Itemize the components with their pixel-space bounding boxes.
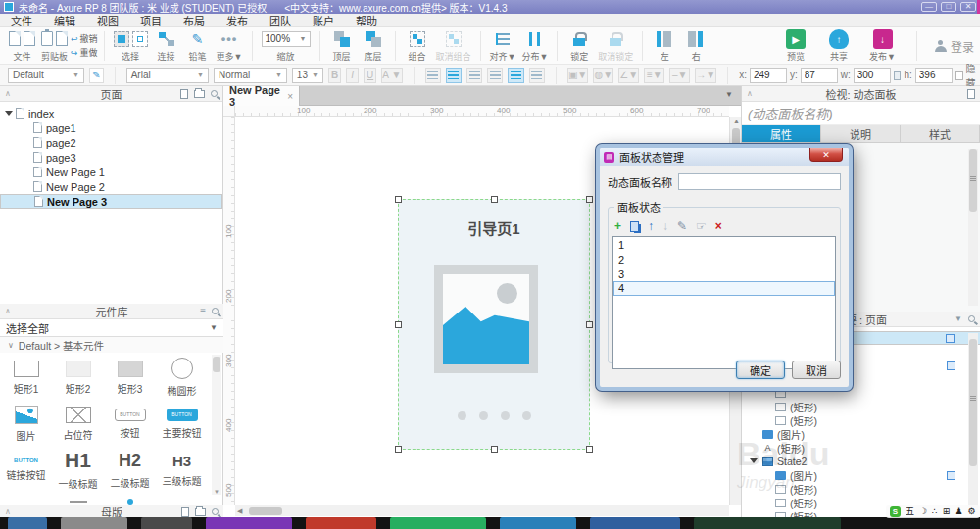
library-widget-item[interactable]: 矩形3	[104, 355, 156, 401]
selection-handle[interactable]	[491, 446, 498, 453]
ungroup-button[interactable]: 取消组合	[433, 29, 474, 63]
note-icon[interactable]	[967, 89, 975, 99]
align-right-button[interactable]: 右	[680, 29, 711, 63]
bold-button[interactable]: B	[328, 68, 341, 83]
unlock-button[interactable]: 取消锁定	[595, 29, 636, 63]
add-state-button[interactable]: +	[614, 220, 621, 232]
ime-icon[interactable]: ∴	[932, 506, 938, 517]
page-tree-item[interactable]: page1	[0, 120, 222, 135]
align-button[interactable]: 对齐▼	[487, 29, 519, 63]
login-button[interactable]: 登录	[935, 29, 974, 63]
scrollbar-thumb[interactable]	[213, 357, 220, 372]
lock-button[interactable]: 锁定	[564, 29, 595, 63]
taskbar-app-icon[interactable]	[390, 517, 486, 529]
selection-handle[interactable]	[586, 446, 593, 453]
library-scrollbar[interactable]: ▼	[212, 355, 221, 495]
font-weight-select[interactable]: Normal▼	[214, 68, 287, 83]
taskbar-app-icon[interactable]	[8, 517, 47, 529]
share-button[interactable]: ↑共享	[823, 29, 855, 63]
menu-item[interactable]: 视图	[86, 13, 129, 28]
panel-name-input[interactable]	[678, 173, 841, 190]
page-tree-item[interactable]: New Page 2	[0, 179, 222, 194]
menu-item[interactable]: 账户	[302, 13, 345, 28]
h-input[interactable]	[915, 68, 953, 83]
library-widget-item[interactable]: 椭圆形	[156, 355, 208, 401]
page-tree-item[interactable]: New Page 3	[0, 194, 222, 209]
ime-icon[interactable]: ⊞	[943, 506, 951, 517]
align-left-button[interactable]: 左	[649, 29, 680, 63]
select-mode-button[interactable]: 选择	[111, 29, 151, 63]
state-list-item[interactable]: 2	[613, 252, 835, 266]
scroll-left-icon[interactable]: ◀	[237, 507, 242, 515]
library-filter-select[interactable]: 选择全部▼	[0, 319, 223, 337]
line-style-button[interactable]: –▼	[669, 68, 690, 83]
page-tree-item[interactable]: New Page 1	[0, 165, 222, 179]
selection-handle[interactable]	[395, 446, 402, 453]
collapse-panel-icon[interactable]: ∧	[5, 507, 11, 516]
dialog-title-bar[interactable]: ▤ 面板状态管理 ✕	[600, 148, 849, 166]
zoom-control[interactable]: 100%▼缩放	[259, 29, 314, 63]
fill-color-button[interactable]: ▣▼	[567, 68, 588, 83]
search-icon[interactable]	[212, 508, 219, 515]
bring-to-front-button[interactable]: 顶层	[326, 29, 358, 63]
taskbar-app-icon[interactable]	[694, 517, 841, 529]
edit-style-button[interactable]: ✎	[89, 68, 104, 83]
ok-button[interactable]: 确定	[736, 361, 785, 379]
outline-tree-item[interactable]: (矩形)	[742, 482, 980, 496]
font-color-button[interactable]: A ▼	[381, 68, 402, 83]
publish-button[interactable]: ↓发布▼	[866, 29, 899, 63]
style-preset-select[interactable]: Default▼	[8, 68, 84, 83]
library-widget-item[interactable]: BUTTON 主要按钮	[156, 401, 208, 447]
duplicate-state-button[interactable]	[630, 221, 639, 232]
send-to-back-button[interactable]: 底层	[358, 29, 389, 63]
collapse-panel-icon[interactable]: ∧	[5, 89, 11, 98]
selection-handle[interactable]	[395, 321, 402, 328]
valign-top-button[interactable]	[487, 68, 503, 83]
w-input[interactable]	[854, 68, 891, 83]
taskbar-app-icon[interactable]	[206, 517, 292, 529]
x-input[interactable]	[750, 68, 787, 83]
search-icon[interactable]	[212, 308, 219, 314]
page-tree-item[interactable]: page3	[0, 150, 222, 165]
line-color-button[interactable]: ∠▼	[618, 68, 639, 83]
library-section-header[interactable]: ∨ Default > 基本元件	[0, 337, 223, 353]
menu-item[interactable]: 发布	[216, 13, 259, 28]
ime-icon[interactable]: ⚙	[967, 506, 975, 517]
text-align-right-button[interactable]	[466, 68, 482, 83]
interaction-button[interactable]: ☞	[696, 220, 707, 232]
sogou-logo-icon[interactable]: S	[890, 506, 901, 517]
hide-checkbox[interactable]	[956, 71, 963, 80]
collapse-panel-icon[interactable]: ∧	[5, 307, 11, 315]
library-widget-item[interactable]: 矩形1	[0, 355, 52, 401]
taskbar-app-icon[interactable]	[306, 517, 376, 529]
library-widget-item[interactable]: 矩形2	[52, 355, 104, 401]
scrollbar-thumb[interactable]	[249, 507, 282, 515]
outline-tree-item[interactable]: (图片)	[742, 427, 980, 441]
valign-middle-button[interactable]	[508, 68, 523, 83]
outline-tree-item[interactable]: (矩形)	[742, 400, 980, 413]
selection-handle[interactable]	[395, 196, 402, 203]
library-widget-item[interactable]: 图片	[0, 401, 52, 447]
taskbar-app-icon[interactable]	[61, 517, 127, 529]
text-align-center-button[interactable]	[446, 68, 462, 83]
page-tree-item[interactable]: index	[0, 106, 222, 120]
outline-tree-item[interactable]: (图片)	[742, 468, 980, 482]
expand-caret-icon[interactable]	[5, 111, 13, 120]
inspector-tab[interactable]: 属性	[742, 125, 821, 142]
library-widget-item[interactable]: H1 一级标题	[52, 447, 104, 493]
menu-item[interactable]: 项目	[129, 13, 172, 28]
ime-icon[interactable]: 五	[906, 506, 914, 517]
taskbar-app-icon[interactable]	[590, 517, 680, 529]
ime-icon[interactable]: ♟	[955, 506, 962, 517]
inspector-scrollbar[interactable]	[968, 149, 978, 306]
add-master-icon[interactable]	[181, 507, 189, 517]
font-size-select[interactable]: 13▼	[292, 68, 323, 83]
add-page-icon[interactable]	[180, 89, 188, 99]
library-widget-item[interactable]: H3 三级标题	[156, 447, 208, 493]
line-width-button[interactable]: ≡▼	[644, 68, 664, 83]
library-widget-item[interactable]: BUTTON 链接按钮	[0, 447, 52, 493]
taskbar-app-icon[interactable]	[141, 517, 192, 529]
search-icon[interactable]	[211, 90, 218, 97]
outline-tree-item[interactable]: (矩形)	[742, 413, 980, 427]
library-widget-item[interactable]: H2 二级标题	[104, 447, 156, 493]
